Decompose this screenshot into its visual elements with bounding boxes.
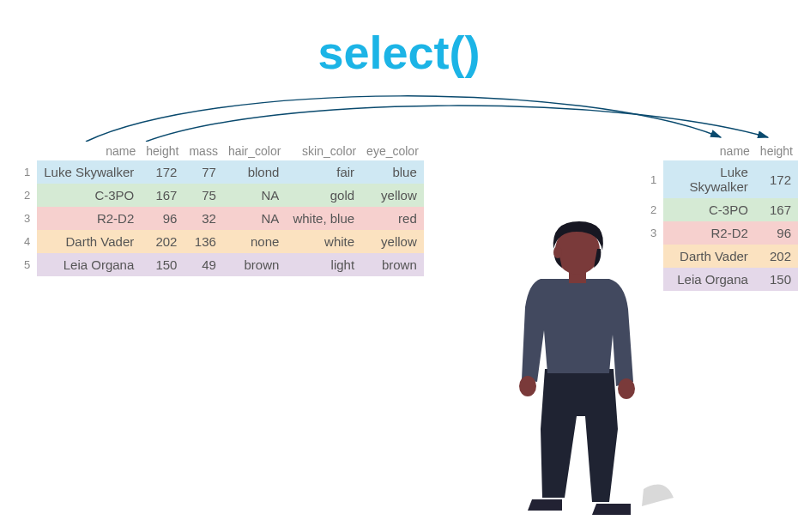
col-header: height xyxy=(141,142,184,160)
cell: blond xyxy=(223,160,286,184)
cell: 150 xyxy=(755,268,798,291)
col-header: hair_color xyxy=(223,142,286,160)
table-row: 1Luke Skywalker17277blondfairblue xyxy=(17,160,424,184)
cell: blue xyxy=(361,160,424,184)
table-row: 5Leia Organa15049brownlightbrown xyxy=(17,253,424,276)
cell: 167 xyxy=(141,184,184,207)
person-illustration xyxy=(481,215,686,523)
cell: red xyxy=(361,207,424,230)
cell: 136 xyxy=(184,230,222,253)
cell: 75 xyxy=(184,184,222,207)
cell: 202 xyxy=(755,245,798,268)
cell: 96 xyxy=(141,207,184,230)
svg-point-4 xyxy=(553,246,562,258)
cell: Darth Vader xyxy=(37,230,141,253)
page-title: select() xyxy=(0,26,798,79)
col-header: height xyxy=(755,142,798,160)
cell: Luke Skywalker xyxy=(663,160,755,198)
row-index: 4 xyxy=(17,230,37,253)
row-index: 5 xyxy=(17,253,37,276)
cell: NA xyxy=(223,207,286,230)
cell: gold xyxy=(286,184,361,207)
cell: white, blue xyxy=(286,207,361,230)
cell: R2-D2 xyxy=(37,207,141,230)
cell: 77 xyxy=(184,160,222,184)
cell: 172 xyxy=(141,160,184,184)
cell: brown xyxy=(361,253,424,276)
cell: white xyxy=(286,230,361,253)
table-row: 1Luke Skywalker172 xyxy=(644,160,798,198)
table-row: 3R2-D29632NAwhite, bluered xyxy=(17,207,424,230)
cell: 167 xyxy=(755,198,798,221)
col-header: name xyxy=(663,142,755,160)
cell: yellow xyxy=(361,184,424,207)
svg-point-1 xyxy=(618,378,635,399)
cell: none xyxy=(223,230,286,253)
cell: 150 xyxy=(141,253,184,276)
cell: 172 xyxy=(755,160,798,198)
table-row: 2C-3PO16775NAgoldyellow xyxy=(17,184,424,207)
cell: light xyxy=(286,253,361,276)
col-header: skin_color xyxy=(286,142,361,160)
col-header: mass xyxy=(184,142,222,160)
row-index: 1 xyxy=(644,160,663,198)
cell: 96 xyxy=(755,221,798,245)
col-header: name xyxy=(37,142,141,160)
cell: C-3PO xyxy=(37,184,141,207)
table-row: 4Darth Vader202136nonewhiteyellow xyxy=(17,230,424,253)
cell: fair xyxy=(286,160,361,184)
source-table: name height mass hair_color skin_color e… xyxy=(17,142,424,276)
cell: 32 xyxy=(184,207,222,230)
row-index: 3 xyxy=(17,207,37,230)
cell: Luke Skywalker xyxy=(37,160,141,184)
svg-point-0 xyxy=(519,376,536,396)
cell: brown xyxy=(223,253,286,276)
cell: 202 xyxy=(141,230,184,253)
col-header: eye_color xyxy=(361,142,424,160)
cell: 49 xyxy=(184,253,222,276)
row-index: 2 xyxy=(17,184,37,207)
cell: yellow xyxy=(361,230,424,253)
cell: NA xyxy=(223,184,286,207)
row-index: 1 xyxy=(17,160,37,184)
cell: Leia Organa xyxy=(37,253,141,276)
